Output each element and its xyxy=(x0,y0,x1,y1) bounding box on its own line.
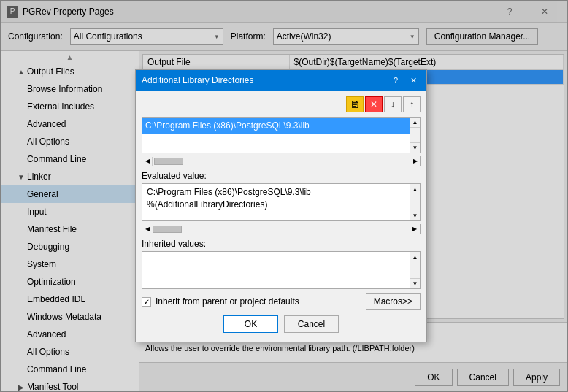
eval-section-label: Evaluated value: xyxy=(142,171,421,181)
modal-ok-button[interactable]: OK xyxy=(223,315,278,333)
inherited-label: Inherited values: xyxy=(142,239,421,249)
dir-h-scrollbar[interactable]: ◀ ▶ xyxy=(142,156,421,166)
down-arrow-icon: ↓ xyxy=(391,99,395,109)
modal-cancel-button[interactable]: Cancel xyxy=(284,315,339,333)
modal-toolbar: 🖹 ✕ ↓ ↑ xyxy=(142,96,421,112)
delete-button[interactable]: ✕ xyxy=(365,96,383,112)
modal-buttons: OK Cancel xyxy=(142,315,421,333)
checkbox-row: ✓ Inherit from parent or project default… xyxy=(142,293,421,310)
directory-list[interactable]: C:\Program Files (x86)\PostgreSQL\9.3\li… xyxy=(142,117,421,153)
up-arrow-icon: ↑ xyxy=(410,99,414,109)
inherited-box: ▲ ▼ xyxy=(142,251,421,289)
dir-h-scroll-thumb[interactable] xyxy=(154,158,183,165)
dir-list-scrollbar[interactable]: ▲ ▼ xyxy=(410,118,420,153)
inherited-scroll-down[interactable]: ▼ xyxy=(410,278,420,288)
inherited-scroll-track xyxy=(410,262,420,278)
eval-value-text: C:\Program Files (x86)\PostgreSQL\9.3\li… xyxy=(142,184,410,213)
dir-h-scroll-left[interactable]: ◀ xyxy=(142,157,153,166)
modal-title: Additional Library Directories xyxy=(142,75,253,85)
eval-h-thumb[interactable] xyxy=(153,226,182,233)
inherited-scrollbar[interactable]: ▲ ▼ xyxy=(410,252,420,288)
inherit-checkbox[interactable]: ✓ xyxy=(142,297,151,307)
dir-scroll-track xyxy=(410,128,420,142)
add-icon: 🖹 xyxy=(350,99,360,110)
move-up-button[interactable]: ↑ xyxy=(403,96,421,112)
eval-h-scrollbar[interactable]: ◀ ▶ xyxy=(142,224,421,234)
dir-h-scroll-track xyxy=(154,158,408,165)
eval-h-scroll-right[interactable]: ▶ xyxy=(410,225,420,234)
modal-close-button[interactable]: ✕ xyxy=(406,74,421,87)
directory-item[interactable]: C:\Program Files (x86)\PostgreSQL\9.3\li… xyxy=(142,118,410,134)
macros-button[interactable]: Macros>> xyxy=(366,293,421,310)
modal-overlay: Additional Library Directories ? ✕ 🖹 ✕ ↓ xyxy=(0,0,568,392)
eval-scrollbar[interactable]: ▲ ▼ xyxy=(410,184,420,220)
move-down-button[interactable]: ↓ xyxy=(384,96,402,112)
delete-icon: ✕ xyxy=(370,99,377,109)
eval-value-box: C:\Program Files (x86)\PostgreSQL\9.3\li… xyxy=(142,183,421,221)
modal-title-buttons: ? ✕ xyxy=(388,74,421,87)
eval-scroll-down[interactable]: ▼ xyxy=(410,210,421,220)
dir-scroll-down-btn[interactable]: ▼ xyxy=(410,142,420,153)
modal-body: 🖹 ✕ ↓ ↑ C:\Program Files (x86)\PostgreSQ… xyxy=(136,91,426,342)
modal-help-button[interactable]: ? xyxy=(388,74,403,87)
dir-h-scroll-right[interactable]: ▶ xyxy=(410,157,420,166)
modal-title-bar: Additional Library Directories ? ✕ xyxy=(136,70,426,91)
inherited-scroll-up[interactable]: ▲ xyxy=(410,252,420,262)
eval-h-track xyxy=(153,226,410,233)
dir-scroll-up-btn[interactable]: ▲ xyxy=(410,118,420,128)
modal-dialog: Additional Library Directories ? ✕ 🖹 ✕ ↓ xyxy=(135,69,427,342)
add-directory-button[interactable]: 🖹 xyxy=(346,96,364,112)
checkbox-label: Inherit from parent or project defaults xyxy=(156,296,299,307)
eval-h-scroll-left[interactable]: ◀ xyxy=(142,225,153,234)
eval-scroll-up[interactable]: ▲ xyxy=(410,184,421,194)
